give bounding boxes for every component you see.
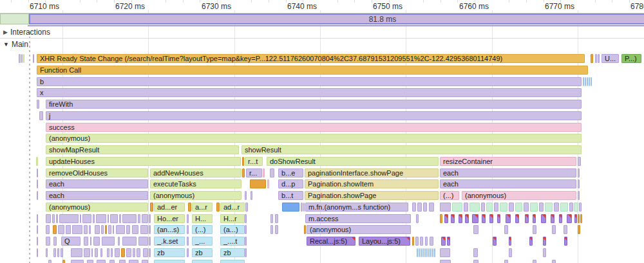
flame-event-bar[interactable]: b...t (278, 191, 303, 200)
flame-event-sliver[interactable] (263, 168, 265, 177)
flame-event-sliver[interactable] (589, 77, 590, 86)
flame-event-sliver[interactable] (440, 260, 451, 263)
flame-event-bar[interactable]: showMapResult (46, 145, 239, 154)
flame-event-sliver[interactable] (245, 214, 247, 223)
flame-event-sliver[interactable] (422, 248, 424, 257)
flame-event-bar[interactable]: ad...r (220, 203, 245, 212)
flame-event-bar[interactable]: showResult (242, 145, 582, 154)
flame-event-sliver[interactable] (133, 248, 135, 257)
flame-event-bar[interactable]: _... (192, 237, 213, 246)
flame-event-bar[interactable]: success (46, 123, 582, 132)
flame-event-bar[interactable]: XHR Ready State Change (/search/realTime… (37, 54, 585, 63)
flame-event-bar[interactable]: _.k.set (154, 237, 185, 246)
flame-event-sliver[interactable] (100, 248, 102, 257)
flame-event-sliver[interactable] (61, 248, 63, 257)
flame-event-bar[interactable]: Pagination.showPage (305, 191, 439, 200)
flame-event-sliver[interactable] (57, 248, 59, 257)
flame-event-sliver[interactable] (108, 225, 111, 234)
flame-event-sliver[interactable] (591, 77, 592, 86)
flame-event-sliver[interactable] (245, 191, 247, 200)
flame-event-sliver[interactable] (552, 225, 556, 234)
flame-event-sliver[interactable] (95, 225, 100, 234)
flame-event-sliver[interactable] (84, 225, 88, 234)
flame-event-sliver[interactable] (545, 203, 553, 212)
flame-event-sliver[interactable] (142, 214, 148, 223)
flame-event-sliver[interactable] (579, 203, 582, 212)
flame-event-sliver[interactable] (192, 260, 213, 263)
flame-event-bar[interactable]: Layou...js:5) (359, 237, 410, 246)
flame-event-sliver[interactable] (552, 260, 556, 263)
flame-event-sliver[interactable] (412, 237, 414, 246)
flame-event-sliver[interactable] (48, 260, 52, 263)
flame-event-bar[interactable]: each (440, 168, 576, 177)
flame-event-bar[interactable]: paginationInterface.showPage (305, 168, 439, 177)
flame-event-sliver[interactable] (440, 214, 442, 223)
flame-event-sliver[interactable] (245, 203, 248, 212)
flame-event-bar[interactable]: P...) (621, 54, 641, 63)
flame-event-bar[interactable]: H...r (220, 214, 245, 223)
flame-event-sliver[interactable] (580, 214, 582, 223)
flame-event-bar[interactable]: H... (192, 214, 213, 223)
flame-event-sliver[interactable] (23, 54, 24, 63)
flame-event-sliver[interactable] (105, 225, 107, 234)
flame-event-sliver[interactable] (102, 237, 115, 246)
flame-event-sliver[interactable] (37, 100, 39, 109)
flame-event-bar[interactable]: fireWith (46, 100, 582, 109)
flame-event-bar[interactable]: U... (601, 54, 619, 63)
flame-event-sliver[interactable] (578, 214, 580, 223)
flame-event-sliver[interactable] (59, 214, 79, 223)
flame-event-sliver[interactable] (93, 237, 100, 246)
flame-event-sliver[interactable] (140, 225, 148, 234)
flame-event-bar[interactable]: Function Call (37, 66, 588, 75)
flame-event-sliver[interactable] (46, 248, 48, 257)
flame-event-sliver[interactable] (126, 225, 130, 234)
flame-event-sliver[interactable] (95, 248, 98, 257)
flame-event-sliver[interactable] (109, 260, 115, 263)
flame-event-sliver[interactable] (62, 260, 65, 263)
flame-event-sliver[interactable] (37, 168, 38, 177)
flame-event-sliver[interactable] (53, 248, 56, 257)
flame-event-sliver[interactable] (494, 203, 498, 212)
flame-event-sliver[interactable] (129, 260, 138, 263)
flame-event-sliver[interactable] (430, 248, 431, 257)
flame-event-sliver[interactable] (489, 214, 493, 223)
flame-event-bar[interactable]: (...) (440, 191, 459, 200)
flame-event-sliver[interactable] (188, 203, 191, 212)
flame-event-sliver[interactable] (46, 225, 50, 234)
flame-event-sliver[interactable] (71, 248, 82, 257)
flame-event-bar[interactable]: b (37, 77, 582, 86)
flame-event-sliver[interactable] (493, 237, 497, 246)
flame-event-sliver[interactable] (509, 237, 511, 246)
flame-event-sliver[interactable] (39, 111, 43, 120)
flame-event-sliver[interactable] (578, 225, 580, 234)
flame-event-bar[interactable]: (anonymous) (462, 191, 576, 200)
flame-event-sliver[interactable] (113, 225, 114, 234)
flame-event-sliver[interactable] (473, 260, 478, 263)
flame-event-sliver[interactable] (110, 214, 118, 223)
flame-event-sliver[interactable] (585, 77, 586, 86)
flame-event-sliver[interactable] (486, 203, 493, 212)
flame-event-sliver[interactable] (19, 54, 21, 63)
flame-event-sliver[interactable] (465, 214, 469, 223)
flame-event-sliver[interactable] (551, 214, 554, 223)
flame-event-sliver[interactable] (509, 248, 512, 257)
flame-event-bar[interactable]: updateHouses (46, 157, 241, 166)
flame-event-sliver[interactable] (91, 248, 93, 257)
flame-event-sliver[interactable] (96, 214, 106, 223)
flame-event-sliver[interactable] (53, 225, 57, 234)
flame-event-sliver[interactable] (441, 237, 446, 246)
flame-event-sliver[interactable] (245, 225, 247, 234)
flame-event-sliver[interactable] (533, 214, 536, 223)
flame-event-sliver[interactable] (154, 260, 185, 263)
flame-event-sliver[interactable] (270, 168, 274, 177)
flame-event-bar[interactable]: (a...) (220, 225, 245, 234)
flame-event-sliver[interactable] (481, 203, 485, 212)
flame-event-sliver[interactable] (56, 214, 58, 223)
flame-event-sliver[interactable] (564, 237, 567, 246)
flame-event-sliver[interactable] (533, 225, 536, 234)
flame-event-sliver[interactable] (578, 191, 580, 200)
flame-event-sliver[interactable] (587, 77, 588, 86)
flame-event-sliver[interactable] (530, 203, 538, 212)
flame-event-sliver[interactable] (447, 237, 450, 246)
flame-event-sliver[interactable] (270, 214, 273, 223)
